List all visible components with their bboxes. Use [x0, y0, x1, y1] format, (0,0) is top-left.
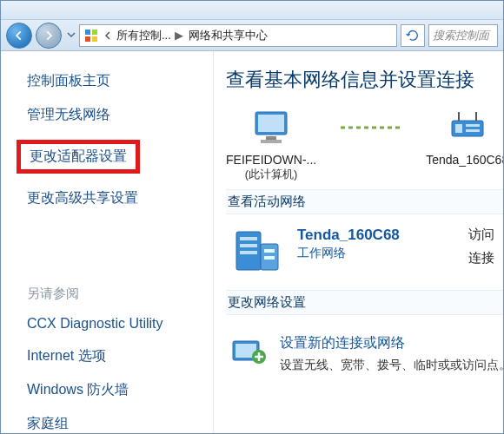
task-description: 设置无线、宽带、拨号、临时或或访问点。	[280, 358, 503, 373]
svg-rect-17	[240, 244, 257, 247]
sidebar: 控制面板主页 管理无线网络 更改适配器设置 更改高级共享设置 另请参阅 CCX …	[1, 51, 214, 433]
page-heading: 查看基本网络信息并设置连接	[226, 67, 503, 93]
network-node-router[interactable]: Tenda_160C68	[426, 108, 503, 167]
node-label: FEIFEIDOWN-...	[226, 153, 316, 167]
breadcrumb-chevron[interactable]	[104, 31, 111, 40]
task-title: 设置新的连接或网络	[280, 334, 503, 352]
svg-rect-3	[92, 36, 97, 42]
network-type-link[interactable]: 工作网络	[297, 246, 400, 261]
svg-rect-12	[466, 129, 480, 132]
svg-rect-6	[266, 136, 276, 140]
svg-rect-10	[455, 124, 462, 133]
connection-line	[341, 108, 401, 147]
svg-rect-2	[85, 36, 90, 42]
breadcrumb-item-all-control[interactable]: 所有控制... ▶	[116, 28, 183, 43]
active-networks-header: 查看活动网络	[226, 189, 503, 214]
svg-rect-0	[85, 30, 90, 35]
back-button[interactable]	[6, 23, 32, 49]
arrow-left-icon	[13, 30, 25, 42]
arrow-right-icon	[43, 30, 55, 42]
svg-rect-5	[258, 115, 284, 132]
svg-rect-21	[264, 256, 275, 260]
forward-button[interactable]	[36, 23, 62, 49]
svg-rect-11	[466, 124, 480, 127]
network-node-this-pc[interactable]: FEIFEIDOWN-... (此计算机)	[226, 108, 316, 182]
address-bar[interactable]: 所有控制... ▶ 网络和共享中心	[79, 24, 397, 47]
setup-connection-icon	[229, 334, 268, 368]
svg-rect-18	[240, 251, 257, 254]
active-network-status: 访问 连接	[468, 227, 500, 273]
breadcrumb-label: 所有控制...	[116, 28, 171, 43]
svg-rect-20	[264, 249, 275, 253]
network-name: Tenda_160C68	[297, 227, 400, 244]
refresh-icon	[406, 29, 420, 43]
connections-label: 连接	[468, 250, 494, 266]
see-also-header: 另请参阅	[27, 286, 213, 302]
breadcrumb-label: 网络和共享中心	[189, 28, 268, 43]
see-also-ccx[interactable]: CCX Diagnostic Utility	[27, 316, 213, 332]
control-panel-home-link[interactable]: 控制面板主页	[27, 72, 213, 90]
node-sublabel: (此计算机)	[226, 167, 316, 182]
computer-icon	[226, 108, 316, 149]
node-label: Tenda_160C68	[426, 153, 503, 167]
search-placeholder: 搜索控制面	[433, 28, 489, 43]
svg-rect-1	[92, 30, 97, 35]
sidebar-item-advanced-sharing[interactable]: 更改高级共享设置	[27, 189, 213, 207]
network-map: FEIFEIDOWN-... (此计算机) Tenda_160C68	[226, 108, 503, 182]
sidebar-item-adapter-settings[interactable]: 更改适配器设置	[30, 148, 127, 163]
breadcrumb-item-network-center[interactable]: 网络和共享中心	[189, 28, 268, 43]
control-panel-icon	[83, 29, 99, 43]
sidebar-item-manage-wireless[interactable]: 管理无线网络	[27, 106, 213, 124]
chevron-down-icon	[67, 30, 76, 39]
network-category-icon	[229, 227, 282, 278]
main-panel: 查看基本网络信息并设置连接 FEIFEIDOWN-... (此计算机)	[214, 51, 503, 433]
see-also-internet-options[interactable]: Internet 选项	[27, 347, 213, 365]
refresh-button[interactable]	[401, 24, 425, 47]
router-icon	[426, 108, 503, 149]
highlight-annotation: 更改适配器设置	[17, 140, 140, 174]
search-input[interactable]: 搜索控制面	[428, 24, 498, 47]
chevron-right-icon: ▶	[175, 29, 183, 42]
chevron-left-small-icon	[104, 31, 111, 40]
nav-history-dropdown[interactable]	[67, 29, 76, 42]
access-type-label: 访问	[468, 227, 494, 243]
setup-new-connection-task[interactable]: 设置新的连接或网络 设置无线、宽带、拨号、临时或或访问点。	[229, 334, 500, 373]
svg-rect-16	[240, 237, 257, 240]
svg-rect-7	[261, 140, 282, 143]
change-settings-header: 更改网络设置	[226, 290, 503, 315]
nav-toolbar: 所有控制... ▶ 网络和共享中心 搜索控制面	[1, 20, 503, 51]
window-titlebar	[1, 1, 503, 20]
active-network-row: Tenda_160C68 工作网络 访问 连接	[226, 214, 503, 290]
see-also-homegroup[interactable]: 家庭组	[27, 415, 213, 433]
active-network-info: Tenda_160C68 工作网络	[297, 227, 400, 261]
see-also-firewall[interactable]: Windows 防火墙	[27, 381, 213, 399]
